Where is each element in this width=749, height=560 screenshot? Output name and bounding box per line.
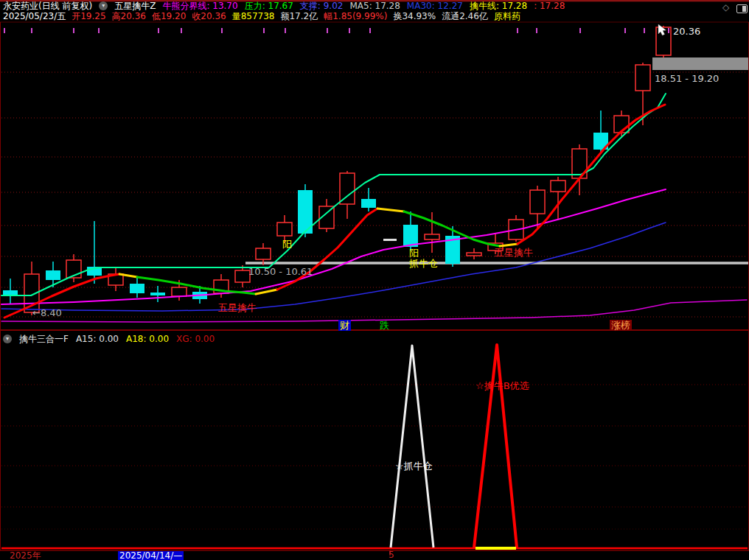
diamond-icon[interactable]: ◇ — [722, 2, 729, 13]
turnover-value: 换34.93% — [393, 11, 436, 21]
price-range-10-50: 10.50 - 10.61 — [248, 267, 313, 276]
info-bar-row2: 2025/05/23/五开19.25高20.36低19.20收20.36量857… — [0, 11, 749, 21]
open-value: 开19.25 — [72, 11, 105, 21]
collapse-sub-indicator-icon[interactable]: ▾ — [3, 335, 12, 343]
signal-label-wuxingqinniu-1: 五星擒牛 — [218, 303, 257, 312]
axis-year-label: 2025年 — [10, 551, 41, 560]
signal-label-zhuaniucang-sub: ☆抓牛仓 — [395, 461, 433, 471]
collapse-main-indicator-icon[interactable]: ▾ — [99, 1, 108, 10]
stock-title: 永安药业(日线 前复权) — [3, 1, 92, 11]
signal-label-yang-1: 阳 — [282, 239, 292, 249]
qinniu-line-value: 擒牛线: 17.28 — [470, 1, 527, 11]
chart-canvas[interactable] — [0, 0, 749, 560]
axis-month-label: 5 — [389, 550, 394, 560]
signal-label-wuxingqinniu-2: 五星擒牛 — [495, 248, 533, 257]
price-label-20-36: 20.36 — [673, 27, 700, 36]
sub-indicator-header: ▾擒牛三合一FA15: 0.00A18: 0.00XG: 0.00 — [0, 333, 749, 345]
price-arrow-8-40: ←8.40 — [32, 308, 62, 318]
high-value: 高20.36 — [112, 11, 146, 21]
finance-link[interactable]: 财 — [338, 320, 351, 331]
change-value: 幅1.85(9.99%) — [324, 11, 387, 21]
main-indicator-name[interactable]: 五星擒牛Z — [114, 1, 156, 11]
ma30-value: MA30: 12.27 — [407, 1, 463, 11]
signal-label-zhuaniucang: 抓牛仓 — [409, 259, 438, 268]
ma5-value: MA5: 17.28 — [349, 1, 400, 11]
signal-label-qinniu-b: ☆擒牛B优选 — [475, 381, 529, 391]
qinniu-line-value2: : 17.28 — [534, 1, 565, 11]
volume-value: 量857738 — [232, 11, 275, 21]
axis-selected-date: 2025/04/14/— — [118, 551, 184, 560]
window-split-icon[interactable] — [736, 4, 748, 13]
close-value: 收20.36 — [192, 11, 226, 21]
signal-label-yang-2: 阳 — [409, 248, 419, 258]
sub-indicator-name[interactable]: 擒牛三合一F — [19, 334, 69, 344]
low-value: 低19.20 — [152, 11, 186, 21]
gainers-link[interactable]: 涨榜 — [610, 320, 632, 331]
support-value: 支撑: 9.02 — [300, 1, 344, 11]
sector-value: 原料药 — [494, 11, 520, 21]
fall-link[interactable]: 跌 — [378, 320, 391, 331]
bull-bear-line-value: 牛熊分界线: 13.70 — [162, 1, 237, 11]
date-value: 2025/05/23/五 — [3, 11, 66, 21]
a18-value: A18: 0.00 — [126, 334, 169, 344]
a15-value: A15: 0.00 — [76, 334, 119, 344]
price-range-18-51: 18.51 - 19.20 — [655, 74, 719, 83]
info-bar-row1: 永安药业(日线 前复权)▾五星擒牛Z牛熊分界线: 13.70压力: 17.67支… — [0, 1, 749, 11]
xg-value: XG: 0.00 — [176, 334, 215, 344]
pressure-value: 压力: 17.67 — [245, 1, 293, 11]
amount-value: 额17.2亿 — [280, 11, 318, 21]
float-value: 流通2.46亿 — [442, 11, 488, 21]
